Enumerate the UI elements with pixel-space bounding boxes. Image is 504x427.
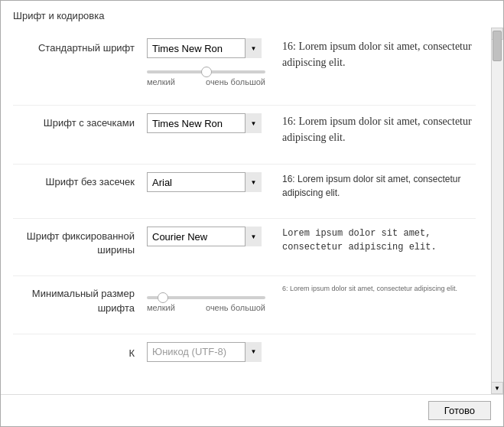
min-size-slider[interactable] xyxy=(147,296,265,299)
serif-font-select-wrapper: Times New Ron ▼ xyxy=(147,113,262,133)
sans-font-select[interactable]: Arial xyxy=(147,172,262,192)
standard-font-select-wrapper: Times New Ron ▼ xyxy=(147,38,262,58)
serif-font-row: Шрифт с засечками Times New Ron ▼ 16: Lo… xyxy=(13,109,476,150)
sans-font-preview: 16: Lorem ipsum dolor sit amet, consecte… xyxy=(273,172,476,200)
dialog-content: Стандартный шрифт Times New Ron ▼ мелкий… xyxy=(1,28,503,394)
standard-font-select[interactable]: Times New Ron xyxy=(147,38,262,58)
settings-dialog: Шрифт и кодировка Стандартный шрифт Time… xyxy=(0,0,504,427)
ok-button[interactable]: Готово xyxy=(428,401,491,420)
standard-font-preview: 16: Lorem ipsum dolor sit amet, consecte… xyxy=(273,38,476,70)
partial-select[interactable]: Юникод (UTF-8) xyxy=(147,342,262,362)
sans-font-select-wrapper: Arial ▼ xyxy=(147,172,262,192)
min-slider-max-label: очень большой xyxy=(206,303,265,312)
scrollbar-track: ▲ ▼ xyxy=(491,28,503,394)
standard-font-control: Times New Ron ▼ мелкий очень большой xyxy=(147,38,273,86)
slider-min-label: мелкий xyxy=(147,77,175,86)
mono-font-select[interactable]: Courier New xyxy=(147,227,262,246)
dialog-title: Шрифт и кодировка xyxy=(1,1,503,28)
min-size-slider-container: мелкий очень большой xyxy=(147,290,265,312)
min-size-label: Минимальный размер шрифта xyxy=(13,284,147,315)
dialog-footer: Готово xyxy=(1,394,503,426)
standard-font-row: Стандартный шрифт Times New Ron ▼ мелкий… xyxy=(13,34,476,91)
min-slider-min-label: мелкий xyxy=(147,303,175,312)
min-size-preview: 6: Lorem ipsum dolor sit amet, consectet… xyxy=(273,284,476,295)
mono-font-select-wrapper: Courier New ▼ xyxy=(147,227,262,246)
mono-font-control: Courier New ▼ xyxy=(147,227,273,246)
min-size-row: Минимальный размер шрифта мелкий очень б… xyxy=(13,279,476,319)
sans-font-row: Шрифт без засечек Arial ▼ 16: Lorem ipsu… xyxy=(13,168,476,204)
partial-row: К Юникод (UTF-8) ▼ xyxy=(13,337,476,367)
sans-font-label: Шрифт без засечек xyxy=(13,172,147,189)
scroll-thumb[interactable] xyxy=(493,31,502,61)
serif-font-select[interactable]: Times New Ron xyxy=(147,113,262,133)
scroll-down-button[interactable]: ▼ xyxy=(491,382,503,394)
standard-font-slider-container: мелкий очень большой xyxy=(147,64,265,86)
serif-font-label: Шрифт с засечками xyxy=(13,113,147,130)
partial-select-wrapper: Юникод (UTF-8) ▼ xyxy=(147,342,262,362)
slider-max-label: очень большой xyxy=(206,77,265,86)
sans-font-control: Arial ▼ xyxy=(147,172,273,192)
divider-1 xyxy=(13,105,476,106)
divider-4 xyxy=(13,275,476,276)
standard-font-slider[interactable] xyxy=(147,70,265,73)
divider-3 xyxy=(13,218,476,219)
serif-font-control: Times New Ron ▼ xyxy=(147,113,273,133)
mono-font-label: Шрифт фиксированной ширины xyxy=(13,227,147,257)
partial-label: К xyxy=(13,344,147,360)
settings-list: Стандартный шрифт Times New Ron ▼ мелкий… xyxy=(1,34,491,367)
mono-font-row: Шрифт фиксированной ширины Courier New ▼… xyxy=(13,222,476,262)
divider-2 xyxy=(13,164,476,165)
standard-font-label: Стандартный шрифт xyxy=(13,38,147,55)
serif-font-preview: 16: Lorem ipsum dolor sit amet, consecte… xyxy=(273,113,476,145)
mono-font-preview: Lorem ipsum dolor sit amet, consectetur … xyxy=(273,227,476,254)
min-size-control: мелкий очень большой xyxy=(147,284,273,312)
divider-5 xyxy=(13,334,476,334)
